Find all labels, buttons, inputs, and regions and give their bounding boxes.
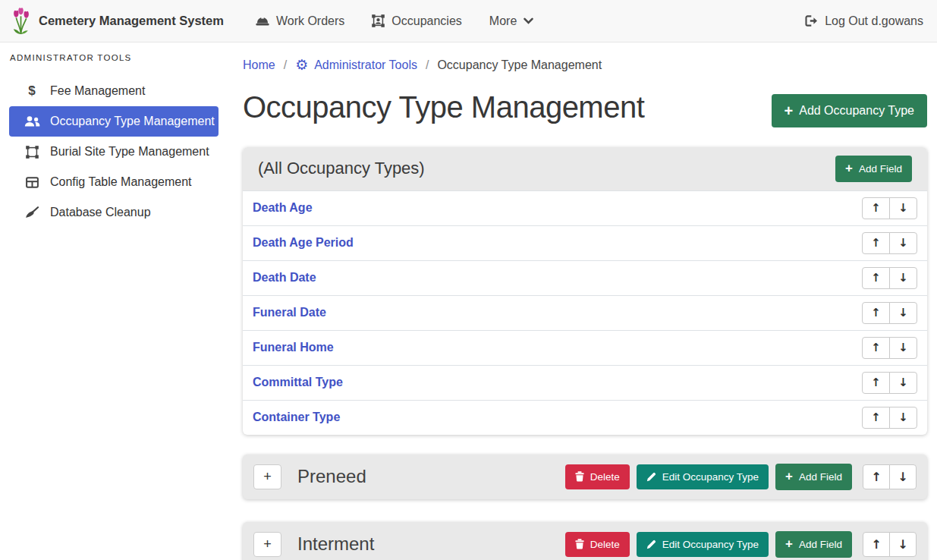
breadcrumb-current: Occupancy Type Management	[437, 58, 602, 72]
breadcrumb: Home / ⚙ Administrator Tools / Occupancy…	[243, 58, 927, 72]
move-down-button[interactable]: ↓	[889, 267, 917, 289]
hard-hat-icon	[256, 15, 269, 27]
sidebar-item-fee-management[interactable]: $ Fee Management	[9, 76, 219, 106]
sidebar: ADMINISTRATOR TOOLS $ Fee Management Occ…	[0, 42, 228, 560]
field-link-death-age[interactable]: Death Age	[253, 201, 313, 215]
field-row: Death Date ↑ ↓	[243, 260, 927, 295]
all-occupancy-types-card: (All Occupancy Types) + Add Field Death …	[243, 147, 927, 435]
sidebar-item-burial-site-type-management[interactable]: Burial Site Type Management	[9, 137, 219, 167]
sidebar-item-label: Database Cleanup	[50, 206, 151, 219]
add-field-label: Add Field	[799, 471, 842, 483]
section-title: Preneed	[297, 466, 565, 487]
sidebar-item-label: Fee Management	[50, 84, 145, 98]
move-up-button[interactable]: ↑	[862, 302, 890, 324]
breadcrumb-admin-tools-link[interactable]: ⚙ Administrator Tools	[295, 58, 417, 72]
chevron-down-icon	[524, 17, 533, 24]
nav-more-dropdown[interactable]: More	[489, 14, 533, 28]
add-occupancy-type-button[interactable]: + Add Occupancy Type	[772, 94, 927, 127]
nav-occupancies[interactable]: Occupancies	[372, 14, 462, 28]
tulip-logo-icon	[11, 7, 31, 35]
logout-label: Log Out d.gowans	[825, 14, 923, 28]
breadcrumb-admin-tools-label: Administrator Tools	[314, 58, 417, 72]
move-down-button[interactable]: ↓	[889, 464, 917, 489]
field-link-container-type[interactable]: Container Type	[253, 411, 340, 424]
pencil-icon	[646, 472, 656, 482]
move-down-button[interactable]: ↓	[889, 302, 917, 324]
users-icon	[24, 116, 40, 127]
move-down-button[interactable]: ↓	[889, 232, 917, 254]
field-link-funeral-date[interactable]: Funeral Date	[253, 306, 326, 319]
app-title: Cemetery Management System	[39, 14, 224, 28]
sidebar-item-database-cleanup[interactable]: Database Cleanup	[9, 197, 219, 228]
move-down-button[interactable]: ↓	[889, 407, 917, 429]
field-link-death-age-period[interactable]: Death Age Period	[253, 236, 354, 250]
add-field-label: Add Field	[859, 163, 902, 175]
section-actions: Delete Edit Occupancy Type + Add Field ↑	[565, 531, 917, 558]
add-field-button[interactable]: + Add Field	[835, 156, 912, 182]
sidebar-item-label: Burial Site Type Management	[50, 145, 209, 159]
pencil-icon	[646, 540, 656, 549]
field-row: Funeral Date ↑ ↓	[243, 295, 927, 330]
reorder-buttons: ↑ ↓	[863, 532, 917, 557]
delete-button[interactable]: Delete	[565, 532, 630, 557]
dollar-icon: $	[24, 83, 40, 99]
section-card-interment: + Interment Delete	[243, 522, 927, 560]
field-link-funeral-home[interactable]: Funeral Home	[253, 341, 334, 354]
reorder-buttons: ↑ ↓	[862, 302, 917, 324]
expand-button[interactable]: +	[253, 532, 281, 557]
field-row: Committal Type ↑ ↓	[243, 365, 927, 400]
delete-label: Delete	[590, 471, 620, 483]
reorder-buttons: ↑ ↓	[862, 232, 917, 254]
trash-icon	[575, 471, 584, 482]
plus-icon: +	[785, 103, 794, 118]
all-occupancy-types-header: (All Occupancy Types) + Add Field	[243, 147, 927, 190]
expand-button[interactable]: +	[253, 464, 281, 489]
move-up-button[interactable]: ↑	[862, 337, 890, 359]
field-link-committal-type[interactable]: Committal Type	[253, 376, 343, 389]
nav-occupancies-label: Occupancies	[391, 14, 462, 28]
nav-work-orders[interactable]: Work Orders	[256, 14, 344, 28]
field-row: Death Age Period ↑ ↓	[243, 225, 927, 260]
reorder-buttons: ↑ ↓	[862, 267, 917, 289]
sidebar-item-occupancy-type-management[interactable]: Occupancy Type Management	[9, 106, 219, 137]
move-up-button[interactable]: ↑	[862, 232, 890, 254]
move-up-button[interactable]: ↑	[863, 464, 890, 489]
table-icon	[24, 177, 40, 188]
delete-button[interactable]: Delete	[565, 464, 630, 489]
section-actions: Delete Edit Occupancy Type + Add Field ↑	[565, 464, 917, 490]
add-field-button[interactable]: + Add Field	[775, 464, 852, 490]
edit-occupancy-type-label: Edit Occupancy Type	[662, 471, 759, 483]
move-down-button[interactable]: ↓	[889, 372, 917, 394]
move-down-button[interactable]: ↓	[889, 337, 917, 359]
add-field-button[interactable]: + Add Field	[775, 531, 852, 558]
field-row: Funeral Home ↑ ↓	[243, 330, 927, 365]
nav-more-label: More	[489, 14, 517, 28]
move-down-button[interactable]: ↓	[889, 197, 917, 219]
reorder-buttons: ↑ ↓	[863, 464, 917, 489]
sidebar-menu: $ Fee Management Occupancy Type Manageme…	[0, 76, 228, 228]
plus-icon: +	[785, 470, 793, 483]
occupancies-icon	[372, 14, 385, 27]
field-row: Death Age ↑ ↓	[243, 190, 927, 225]
move-down-button[interactable]: ↓	[889, 532, 917, 557]
move-up-button[interactable]: ↑	[862, 197, 890, 219]
move-up-button[interactable]: ↑	[862, 372, 890, 394]
move-up-button[interactable]: ↑	[862, 407, 890, 429]
sidebar-item-config-table-management[interactable]: Config Table Management	[9, 167, 219, 197]
move-up-button[interactable]: ↑	[863, 532, 890, 557]
edit-occupancy-type-button[interactable]: Edit Occupancy Type	[637, 532, 769, 557]
reorder-buttons: ↑ ↓	[862, 407, 917, 429]
move-up-button[interactable]: ↑	[862, 267, 890, 289]
breadcrumb-home-link[interactable]: Home	[243, 58, 275, 72]
vector-square-icon	[24, 146, 40, 159]
plus-icon: +	[785, 538, 793, 551]
reorder-buttons: ↑ ↓	[862, 197, 917, 219]
app-brand[interactable]: Cemetery Management System	[11, 7, 224, 35]
edit-occupancy-type-button[interactable]: Edit Occupancy Type	[637, 464, 769, 489]
logout-button[interactable]: Log Out d.gowans	[805, 14, 923, 28]
field-link-death-date[interactable]: Death Date	[253, 271, 316, 285]
sidebar-heading: ADMINISTRATOR TOOLS	[0, 50, 228, 64]
page-title: Occupancy Type Management	[243, 87, 644, 127]
field-row: Container Type ↑ ↓	[243, 400, 927, 435]
sign-out-icon	[805, 15, 818, 27]
